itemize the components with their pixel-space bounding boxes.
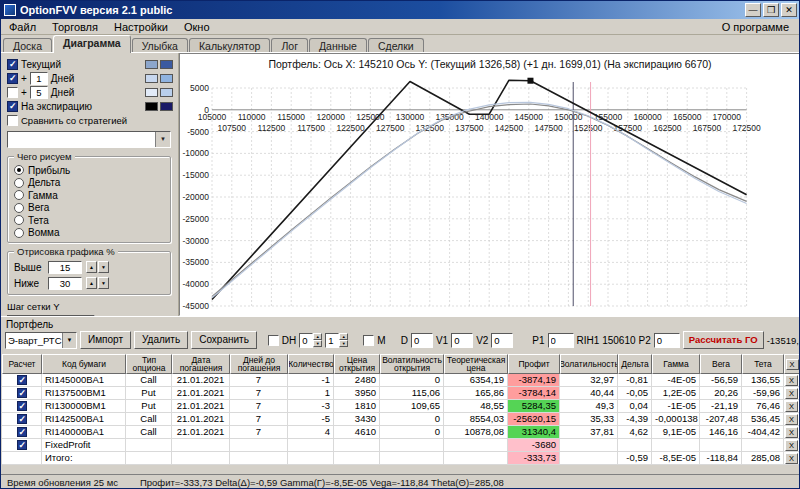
row-checkbox[interactable] bbox=[17, 401, 27, 411]
column-header[interactable]: Волатильность bbox=[560, 354, 618, 374]
spin-up-icon[interactable]: ▲ bbox=[86, 261, 97, 273]
spin-down-icon[interactable]: ▼ bbox=[98, 277, 109, 289]
below-input[interactable] bbox=[48, 277, 82, 290]
d-input[interactable] bbox=[411, 333, 433, 348]
expiration-checkbox[interactable] bbox=[7, 101, 18, 112]
menu-about[interactable]: О программе bbox=[712, 20, 799, 34]
delete-cell: X bbox=[784, 413, 800, 426]
tab-smile[interactable]: Улыбка bbox=[132, 38, 188, 53]
strategy-combo[interactable]: ▼ bbox=[7, 131, 171, 148]
column-header[interactable]: Дельта bbox=[618, 354, 652, 374]
spin-down-icon[interactable]: ▼ bbox=[313, 340, 322, 347]
plus1-checkbox[interactable] bbox=[7, 73, 18, 84]
v1-input[interactable] bbox=[451, 333, 473, 348]
column-header[interactable]: Дней до погашения bbox=[230, 354, 288, 374]
delete-button[interactable]: Удалить bbox=[134, 331, 188, 349]
column-header[interactable]: Дата погашения bbox=[172, 354, 230, 374]
draw-option-vega[interactable]: Вега bbox=[14, 202, 166, 215]
column-header[interactable]: Вега bbox=[700, 354, 742, 374]
v2-input[interactable] bbox=[491, 333, 513, 348]
plus5-checkbox[interactable] bbox=[7, 87, 18, 98]
above-input[interactable] bbox=[48, 261, 82, 274]
spin-up-icon[interactable]: ▲ bbox=[313, 333, 322, 340]
column-header[interactable]: Теоретическая цена bbox=[444, 354, 508, 374]
portfolio-combo[interactable]: Э-варт_РТС ▼ bbox=[5, 332, 77, 349]
tab-deals[interactable]: Сделки bbox=[368, 38, 424, 53]
tab-data[interactable]: Данные bbox=[309, 38, 367, 53]
dh-value2-input[interactable] bbox=[325, 333, 339, 348]
column-header[interactable]: Тета bbox=[742, 354, 784, 374]
range-above-row: Выше ▲▼ bbox=[14, 259, 166, 275]
plus5-days-input[interactable] bbox=[30, 86, 48, 99]
spin-up-icon[interactable]: ▲ bbox=[86, 277, 97, 289]
spin-down-icon[interactable]: ▼ bbox=[339, 340, 348, 347]
current-color-1[interactable] bbox=[145, 60, 158, 69]
plus1-color-1[interactable] bbox=[145, 74, 158, 83]
dh-checkbox[interactable] bbox=[268, 335, 279, 346]
delete-row-button[interactable]: X bbox=[785, 375, 798, 386]
table-cell: 7 bbox=[230, 426, 288, 439]
chevron-down-icon[interactable]: ▼ bbox=[62, 333, 76, 348]
column-header[interactable]: Профит bbox=[508, 354, 560, 374]
tab-board[interactable]: Доска bbox=[3, 38, 52, 53]
row-checkbox[interactable] bbox=[17, 440, 27, 450]
draw-option-delta[interactable]: Дельта bbox=[14, 177, 166, 190]
delete-row-button[interactable]: X bbox=[785, 453, 798, 464]
menu-file[interactable]: Файл bbox=[1, 20, 44, 34]
delete-row-button[interactable]: X bbox=[786, 359, 799, 370]
menu-trading[interactable]: Торговля bbox=[44, 20, 106, 34]
chevron-down-icon[interactable]: ▼ bbox=[155, 132, 170, 147]
svg-text:145000: 145000 bbox=[515, 112, 544, 122]
row-checkbox[interactable] bbox=[17, 414, 27, 424]
delete-row-button[interactable]: X bbox=[785, 401, 798, 412]
import-button[interactable]: Импорт bbox=[80, 331, 131, 349]
m-checkbox[interactable] bbox=[363, 335, 374, 346]
current-checkbox[interactable] bbox=[7, 59, 18, 70]
dh-value1-input[interactable] bbox=[299, 333, 313, 348]
delete-row-button[interactable]: X bbox=[785, 440, 798, 451]
profit-chart[interactable]: -45000-40000-35000-30000-25000-20000-150… bbox=[180, 76, 800, 314]
plus1-days-input[interactable] bbox=[30, 72, 48, 85]
menu-window[interactable]: Окно bbox=[176, 20, 218, 34]
compare-strategy-checkbox[interactable] bbox=[7, 115, 18, 126]
expiration-color-2[interactable] bbox=[160, 102, 173, 111]
p1-input[interactable] bbox=[548, 333, 574, 348]
draw-option-vomma[interactable]: Вомма bbox=[14, 227, 166, 240]
save-button[interactable]: Сохранить bbox=[191, 331, 257, 349]
maximize-button[interactable]: ❒ bbox=[763, 3, 779, 17]
spin-up-icon[interactable]: ▲ bbox=[339, 333, 348, 340]
tab-log[interactable]: Лог bbox=[271, 38, 308, 53]
row-checkbox[interactable] bbox=[17, 388, 27, 398]
draw-option-theta[interactable]: Тета bbox=[14, 214, 166, 227]
expiration-color-1[interactable] bbox=[145, 102, 158, 111]
minimize-button[interactable]: — bbox=[745, 3, 761, 17]
tab-calculator[interactable]: Калькулятор bbox=[189, 38, 270, 53]
delete-row-button[interactable]: X bbox=[785, 388, 798, 399]
spin-down-icon[interactable]: ▼ bbox=[98, 261, 109, 273]
close-button[interactable]: ✕ bbox=[781, 3, 797, 17]
plus1-color-2[interactable] bbox=[160, 74, 173, 83]
column-header[interactable]: Гамма bbox=[652, 354, 700, 374]
row-checkbox[interactable] bbox=[17, 375, 27, 385]
column-header[interactable]: Код бумаги bbox=[42, 354, 126, 374]
draw-option-gamma[interactable]: Гамма bbox=[14, 189, 166, 202]
draw-option-profit[interactable]: Прибыль bbox=[14, 164, 166, 177]
menu-settings[interactable]: Настройки bbox=[106, 20, 176, 34]
column-header[interactable]: Цена открытия bbox=[334, 354, 380, 374]
plus5-color-2[interactable] bbox=[160, 88, 173, 97]
column-header[interactable]: Расчет bbox=[2, 354, 42, 374]
row-checkbox[interactable] bbox=[17, 427, 27, 437]
calc-margin-button[interactable]: Рассчитать ГО bbox=[683, 331, 764, 349]
plus5-color-1[interactable] bbox=[145, 88, 158, 97]
column-header[interactable]: Количество bbox=[288, 354, 334, 374]
delete-row-button[interactable]: X bbox=[785, 414, 798, 425]
tab-diagram[interactable]: Диаграмма bbox=[53, 35, 131, 53]
column-header[interactable]: Тип опциона bbox=[126, 354, 172, 374]
table-cell: 3950 bbox=[334, 387, 380, 400]
current-color-2[interactable] bbox=[160, 60, 173, 69]
delete-row-button[interactable]: X bbox=[785, 427, 798, 438]
p2-input[interactable] bbox=[654, 333, 680, 348]
column-header[interactable]: X bbox=[784, 354, 800, 374]
column-header[interactable]: Волатильность открытия bbox=[380, 354, 444, 374]
radio-icon bbox=[14, 190, 24, 200]
